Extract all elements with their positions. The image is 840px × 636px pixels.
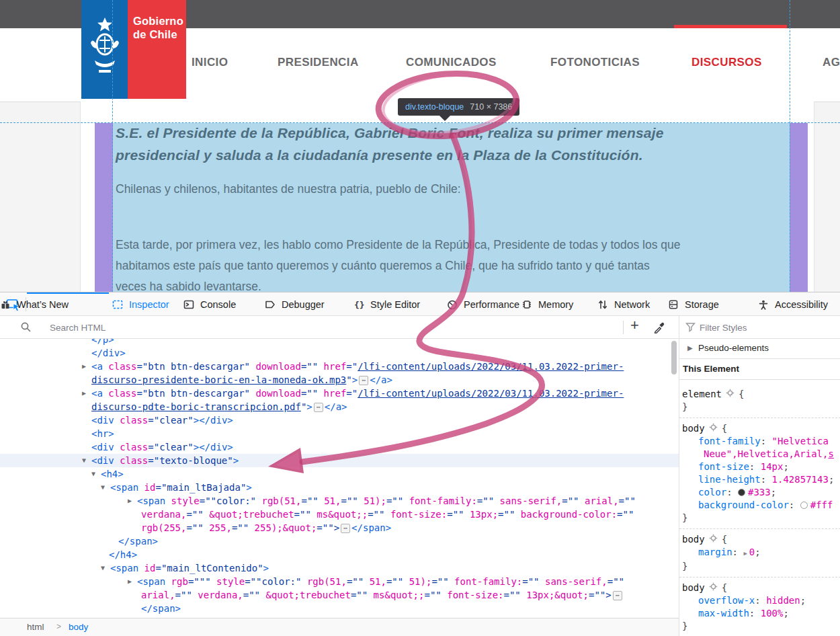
twisty-collapsed-icon[interactable]: ▶ bbox=[82, 360, 86, 373]
twisty-expanded-icon[interactable]: ▼ bbox=[101, 561, 105, 575]
markup-node[interactable]: rgb(255,="" 255,="" 255);&quot;="">⋯</sp… bbox=[141, 521, 391, 534]
rule-selector[interactable]: body{ bbox=[682, 533, 840, 546]
markup-node[interactable]: <div class="clear"></div> bbox=[91, 413, 233, 427]
rule-selector[interactable]: element{ bbox=[682, 388, 840, 401]
markup-node[interactable]: </p> bbox=[91, 339, 114, 346]
highlight-selector-target-icon[interactable] bbox=[709, 422, 718, 435]
rule-declaration[interactable]: background-color: #fff bbox=[682, 499, 840, 512]
rule-selector[interactable]: body{ bbox=[682, 422, 840, 435]
markup-scrollbar-thumb[interactable] bbox=[671, 341, 677, 374]
markup-token: sans-serif, bbox=[540, 576, 607, 587]
rule-declaration[interactable]: margin: ▶0; bbox=[682, 546, 840, 560]
collapsed-children-badge[interactable]: ⋯ bbox=[341, 524, 350, 533]
tab-performance[interactable]: Performance bbox=[447, 292, 519, 316]
rule-declaration[interactable]: font-size: 14px; bbox=[682, 461, 840, 473]
twisty-expanded-icon[interactable]: ▼ bbox=[91, 467, 95, 481]
markup-token: class bbox=[103, 388, 137, 399]
twisty-collapsed-icon[interactable]: ▶ bbox=[82, 387, 86, 400]
rule-declaration[interactable]: font-family: "Helvetica bbox=[682, 435, 840, 448]
twisty-collapsed-icon[interactable]: ▶ bbox=[128, 494, 132, 508]
gobierno-de-chile-logo[interactable]: Gobierno de Chile bbox=[81, 0, 186, 99]
markup-view[interactable]: </p></div>▶<a class="btn btn-descargar" … bbox=[0, 339, 679, 618]
tab-accessibility[interactable]: Accessibility bbox=[758, 292, 828, 316]
markup-token: =" bbox=[346, 361, 358, 372]
rule-declaration[interactable]: line-height: 1.42857143; bbox=[682, 473, 840, 486]
nav-item-presidencia[interactable]: PRESIDENCIA bbox=[278, 56, 359, 69]
markup-node[interactable]: </span> bbox=[118, 534, 158, 548]
create-node-button[interactable]: + bbox=[630, 317, 639, 334]
collapsed-children-badge[interactable]: ⋯ bbox=[613, 591, 622, 600]
color-swatch[interactable] bbox=[738, 489, 745, 496]
logo-red-panel: Gobierno de Chile bbox=[128, 0, 186, 99]
css-rule[interactable]: element{} bbox=[679, 384, 840, 418]
markup-node[interactable]: ▶<span style=""color:" rgb(51,="" 51,=""… bbox=[137, 494, 636, 508]
rule-declaration[interactable]: color: #333; bbox=[682, 486, 840, 499]
markup-node[interactable]: <hr> bbox=[91, 427, 114, 440]
markup-token: rgb(255, bbox=[141, 522, 186, 533]
markup-node[interactable]: ▼<h4> bbox=[101, 467, 124, 481]
attribute-link[interactable]: /lfi-content/uploads/2022/03/11.03.2022-… bbox=[358, 388, 624, 399]
tab-style-editor[interactable]: {}Style Editor bbox=[353, 292, 420, 316]
css-rule[interactable]: body{font-family: "HelveticaNeue",Helvet… bbox=[679, 418, 840, 529]
nav-item-fotonoticias[interactable]: FOTONOTICIAS bbox=[550, 56, 640, 69]
attribute-link[interactable]: discurso-pdte-boric-transcripcion.pdf bbox=[91, 401, 301, 412]
attribute-link[interactable]: /lfi-content/uploads/2022/03/11.03.2022-… bbox=[358, 361, 624, 372]
eyedropper-icon[interactable] bbox=[653, 321, 666, 333]
nav-item-agenda[interactable]: AGENDA bbox=[823, 56, 840, 69]
markup-node[interactable]: ▼<span id="main_ltBajada"> bbox=[110, 481, 252, 494]
twisty-expanded-icon[interactable]: ▼ bbox=[101, 481, 105, 494]
markup-node[interactable]: arial,="" verdana,="" &quot;trebuchet=""… bbox=[141, 588, 624, 602]
color-swatch[interactable] bbox=[800, 502, 808, 509]
markup-node[interactable]: </div> bbox=[91, 346, 126, 360]
nav-item-comunicados[interactable]: COMUNICADOS bbox=[406, 56, 497, 69]
breadcrumb-item-html[interactable]: html bbox=[27, 622, 44, 632]
markup-node[interactable]: verdana,="" &quot;trebuchet="" ms&quot;;… bbox=[141, 508, 634, 521]
css-rule[interactable]: body{margin: ▶0;} bbox=[679, 529, 840, 578]
markup-token: > bbox=[233, 455, 239, 466]
tooltip-dimensions: 710 × 7386 bbox=[470, 102, 512, 112]
paragraph-line: Esta tarde, por primera vez, les hablo c… bbox=[116, 235, 778, 255]
markup-node[interactable]: ▶<a class="btn btn-descargar" download="… bbox=[91, 360, 624, 373]
markup-node[interactable]: ▶<a class="btn btn-descargar" download="… bbox=[91, 387, 624, 400]
markup-token: class bbox=[114, 415, 149, 426]
attribute-link[interactable]: discurso-presidente-boric-en-la-moneda-o… bbox=[91, 374, 346, 385]
twisty-expanded-icon[interactable]: ▼ bbox=[82, 454, 86, 467]
tab-inspector[interactable]: Inspector bbox=[112, 292, 169, 316]
search-html-input[interactable] bbox=[50, 319, 520, 336]
markup-node[interactable]: discurso-pdte-boric-transcripcion.pdf">⋯… bbox=[91, 400, 347, 413]
nav-item-inicio[interactable]: INICIO bbox=[192, 56, 228, 69]
rule-declaration[interactable]: max-width: 100%; bbox=[682, 607, 840, 620]
highlight-selector-target-icon[interactable] bbox=[726, 388, 734, 401]
rule-declaration[interactable]: overflow-x: hidden; bbox=[682, 594, 840, 607]
highlight-selector-target-icon[interactable] bbox=[709, 582, 718, 594]
markup-node[interactable]: </h4> bbox=[109, 548, 137, 561]
tab-network[interactable]: Network bbox=[597, 292, 650, 316]
collapsed-children-badge[interactable]: ⋯ bbox=[359, 376, 368, 385]
markup-node-selected[interactable]: ▼<div class="texto-bloque"> bbox=[91, 454, 239, 467]
markup-token: ="" bbox=[619, 495, 636, 506]
markup-node[interactable]: discurso-presidente-boric-en-la-moneda-o… bbox=[91, 373, 392, 387]
highlight-selector-target-icon[interactable] bbox=[709, 533, 718, 546]
tab-memory[interactable]: Memory bbox=[521, 292, 573, 316]
pseudo-elements-section[interactable]: ▶ Pseudo-elements bbox=[679, 339, 840, 359]
rule-declaration[interactable]: Neue",Helvetica,Arial,s bbox=[682, 448, 840, 461]
markup-token: class bbox=[114, 442, 149, 452]
markup-node[interactable]: ▶<span rgb=""" style=""color:" rgb(51,="… bbox=[137, 575, 624, 588]
markup-node[interactable]: ▼<span id="main_ltContenido"> bbox=[110, 561, 269, 575]
tab-debugger[interactable]: Debugger bbox=[265, 292, 325, 316]
markup-node[interactable]: </span> bbox=[141, 602, 181, 615]
tab-console[interactable]: Console bbox=[183, 292, 236, 316]
nav-item-discursos[interactable]: DISCURSOS bbox=[691, 56, 762, 69]
filter-styles-input[interactable] bbox=[700, 319, 821, 336]
tab-whats-new[interactable]: What’s New bbox=[0, 292, 69, 316]
breadcrumb-item-body[interactable]: body bbox=[69, 622, 88, 632]
markup-node[interactable]: <div class="clear"></div> bbox=[91, 440, 233, 454]
rule-selector[interactable]: body{ bbox=[682, 582, 840, 594]
markup-token: ="btn btn-descargar" bbox=[136, 361, 250, 372]
twisty-collapsed-icon[interactable]: ▶ bbox=[128, 575, 132, 588]
collapsed-children-badge[interactable]: ⋯ bbox=[314, 403, 323, 412]
markup-token: 255);&quot; bbox=[249, 522, 317, 533]
shorthand-twisty-icon[interactable]: ▶ bbox=[743, 547, 747, 560]
css-rule[interactable]: body{overflow-x: hidden;max-width: 100%;… bbox=[679, 578, 840, 636]
tab-storage[interactable]: Storage bbox=[668, 292, 719, 316]
